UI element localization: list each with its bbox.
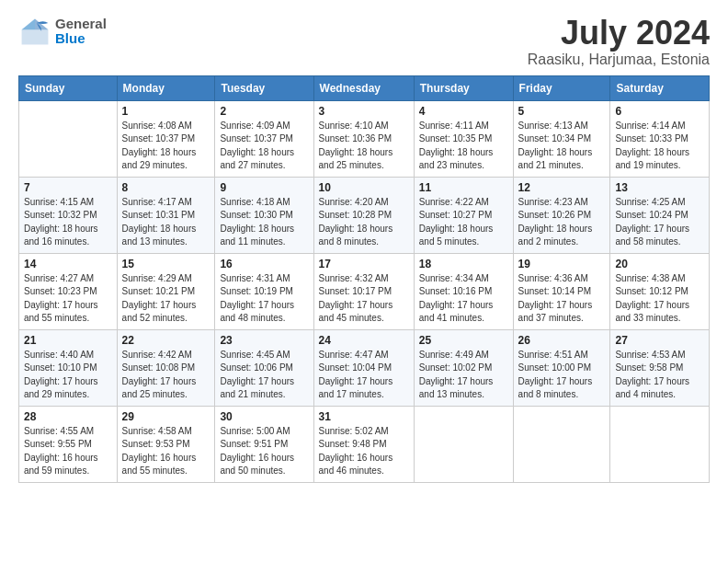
header-monday: Monday xyxy=(117,75,215,100)
daylight-text: Daylight: 17 hours and 8 minutes. xyxy=(518,376,593,400)
daylight-text: Daylight: 18 hours and 23 minutes. xyxy=(419,147,494,171)
day-number: 15 xyxy=(122,258,210,270)
day-info: Sunrise: 5:00 AMSunset: 9:51 PMDaylight:… xyxy=(220,425,308,478)
sunrise-text: Sunrise: 4:32 AM xyxy=(319,273,389,283)
page: General Blue July 2024 Raasiku, Harjumaa… xyxy=(0,0,728,563)
day-number: 26 xyxy=(518,334,606,347)
sunrise-text: Sunrise: 4:14 AM xyxy=(615,121,685,131)
day-info: Sunrise: 4:55 AMSunset: 9:55 PMDaylight:… xyxy=(24,425,112,478)
sunset-text: Sunset: 10:27 PM xyxy=(419,210,493,220)
sunrise-text: Sunrise: 4:42 AM xyxy=(122,350,192,360)
day-number: 20 xyxy=(615,258,704,270)
sunrise-text: Sunrise: 4:09 AM xyxy=(220,121,290,131)
day-number: 17 xyxy=(319,258,409,270)
table-row: 26Sunrise: 4:51 AMSunset: 10:00 PMDaylig… xyxy=(513,329,610,406)
day-info: Sunrise: 4:18 AMSunset: 10:30 PMDaylight… xyxy=(220,196,308,249)
day-number: 8 xyxy=(122,181,210,194)
sunset-text: Sunset: 9:58 PM xyxy=(615,362,683,373)
table-row: 12Sunrise: 4:23 AMSunset: 10:26 PMDaylig… xyxy=(513,177,610,253)
day-number: 21 xyxy=(24,334,112,347)
daylight-text: Daylight: 17 hours and 41 minutes. xyxy=(419,300,494,324)
day-number: 16 xyxy=(220,258,308,270)
day-info: Sunrise: 4:45 AMSunset: 10:06 PMDaylight… xyxy=(220,349,308,402)
sunset-text: Sunset: 10:23 PM xyxy=(24,286,97,296)
calendar-table: Sunday Monday Tuesday Wednesday Thursday… xyxy=(18,75,710,483)
sunset-text: Sunset: 10:04 PM xyxy=(319,362,392,373)
sunset-text: Sunset: 10:32 PM xyxy=(24,210,97,220)
day-info: Sunrise: 4:31 AMSunset: 10:19 PMDaylight… xyxy=(220,272,308,326)
daylight-text: Daylight: 17 hours and 21 minutes. xyxy=(220,376,294,400)
daylight-text: Daylight: 18 hours and 2 minutes. xyxy=(518,224,593,247)
table-row: 16Sunrise: 4:31 AMSunset: 10:19 PMDaylig… xyxy=(215,253,313,329)
day-info: Sunrise: 4:10 AMSunset: 10:36 PMDaylight… xyxy=(319,120,409,173)
day-number: 13 xyxy=(615,181,704,194)
day-info: Sunrise: 4:23 AMSunset: 10:26 PMDaylight… xyxy=(518,196,606,249)
day-number: 24 xyxy=(319,334,409,347)
day-number: 19 xyxy=(518,258,606,270)
table-row: 2Sunrise: 4:09 AMSunset: 10:37 PMDayligh… xyxy=(215,100,313,177)
day-number: 18 xyxy=(419,258,508,270)
daylight-text: Daylight: 18 hours and 27 minutes. xyxy=(220,147,294,171)
sunrise-text: Sunrise: 4:20 AM xyxy=(319,197,389,207)
sunset-text: Sunset: 10:26 PM xyxy=(518,210,592,220)
table-row: 14Sunrise: 4:27 AMSunset: 10:23 PMDaylig… xyxy=(19,253,118,329)
sunrise-text: Sunrise: 4:08 AM xyxy=(122,121,192,131)
day-info: Sunrise: 4:27 AMSunset: 10:23 PMDaylight… xyxy=(24,272,112,326)
daylight-text: Daylight: 18 hours and 5 minutes. xyxy=(419,224,494,247)
day-info: Sunrise: 4:15 AMSunset: 10:32 PMDaylight… xyxy=(24,196,112,249)
logo: General Blue xyxy=(18,15,107,48)
sunrise-text: Sunrise: 4:36 AM xyxy=(518,273,588,283)
calendar-week-row: 21Sunrise: 4:40 AMSunset: 10:10 PMDaylig… xyxy=(19,329,710,406)
day-number: 1 xyxy=(122,105,210,118)
sunset-text: Sunset: 10:24 PM xyxy=(615,210,688,220)
day-info: Sunrise: 4:58 AMSunset: 9:53 PMDaylight:… xyxy=(122,425,210,478)
daylight-text: Daylight: 17 hours and 48 minutes. xyxy=(220,300,294,324)
day-number: 3 xyxy=(319,105,409,118)
table-row: 5Sunrise: 4:13 AMSunset: 10:34 PMDayligh… xyxy=(513,100,610,177)
table-row: 22Sunrise: 4:42 AMSunset: 10:08 PMDaylig… xyxy=(117,329,215,406)
calendar-week-row: 1Sunrise: 4:08 AMSunset: 10:37 PMDayligh… xyxy=(19,100,710,177)
daylight-text: Daylight: 17 hours and 4 minutes. xyxy=(615,376,689,400)
sunset-text: Sunset: 10:34 PM xyxy=(518,133,592,144)
day-info: Sunrise: 4:42 AMSunset: 10:08 PMDaylight… xyxy=(122,349,210,402)
sunrise-text: Sunrise: 4:51 AM xyxy=(518,350,588,360)
day-number: 5 xyxy=(518,105,606,118)
logo-name-top: General xyxy=(55,17,107,32)
day-number: 14 xyxy=(24,258,112,270)
sunrise-text: Sunrise: 4:17 AM xyxy=(122,197,192,207)
sunset-text: Sunset: 10:00 PM xyxy=(518,362,592,373)
table-row: 7Sunrise: 4:15 AMSunset: 10:32 PMDayligh… xyxy=(19,177,118,253)
daylight-text: Daylight: 18 hours and 21 minutes. xyxy=(518,147,593,171)
sunrise-text: Sunrise: 4:47 AM xyxy=(319,350,389,360)
sunrise-text: Sunrise: 4:10 AM xyxy=(319,121,389,131)
table-row xyxy=(513,406,610,482)
sunset-text: Sunset: 10:21 PM xyxy=(122,286,196,296)
sunset-text: Sunset: 10:19 PM xyxy=(220,286,293,296)
table-row xyxy=(19,100,118,177)
table-row xyxy=(610,406,710,482)
header: General Blue July 2024 Raasiku, Harjumaa… xyxy=(18,15,710,68)
svg-marker-1 xyxy=(35,19,48,30)
sunset-text: Sunset: 10:08 PM xyxy=(122,362,196,373)
header-tuesday: Tuesday xyxy=(215,75,313,100)
sunrise-text: Sunrise: 4:34 AM xyxy=(419,273,489,283)
table-row: 4Sunrise: 4:11 AMSunset: 10:35 PMDayligh… xyxy=(414,100,513,177)
sunrise-text: Sunrise: 4:49 AM xyxy=(419,350,489,360)
sunrise-text: Sunrise: 4:53 AM xyxy=(615,350,685,360)
sunset-text: Sunset: 10:06 PM xyxy=(220,362,293,373)
sunset-text: Sunset: 10:35 PM xyxy=(419,133,493,144)
day-number: 23 xyxy=(220,334,308,347)
day-number: 29 xyxy=(122,410,210,423)
sunrise-text: Sunrise: 4:29 AM xyxy=(122,273,192,283)
daylight-text: Daylight: 18 hours and 29 minutes. xyxy=(122,147,197,171)
day-info: Sunrise: 4:14 AMSunset: 10:33 PMDaylight… xyxy=(615,120,704,173)
day-number: 7 xyxy=(24,181,112,194)
sunrise-text: Sunrise: 4:13 AM xyxy=(518,121,588,131)
header-sunday: Sunday xyxy=(19,75,118,100)
daylight-text: Daylight: 18 hours and 19 minutes. xyxy=(615,147,689,171)
sunrise-text: Sunrise: 4:22 AM xyxy=(419,197,489,207)
day-number: 9 xyxy=(220,181,308,194)
day-number: 2 xyxy=(220,105,308,118)
day-info: Sunrise: 4:09 AMSunset: 10:37 PMDaylight… xyxy=(220,120,308,173)
daylight-text: Daylight: 17 hours and 33 minutes. xyxy=(615,300,689,324)
